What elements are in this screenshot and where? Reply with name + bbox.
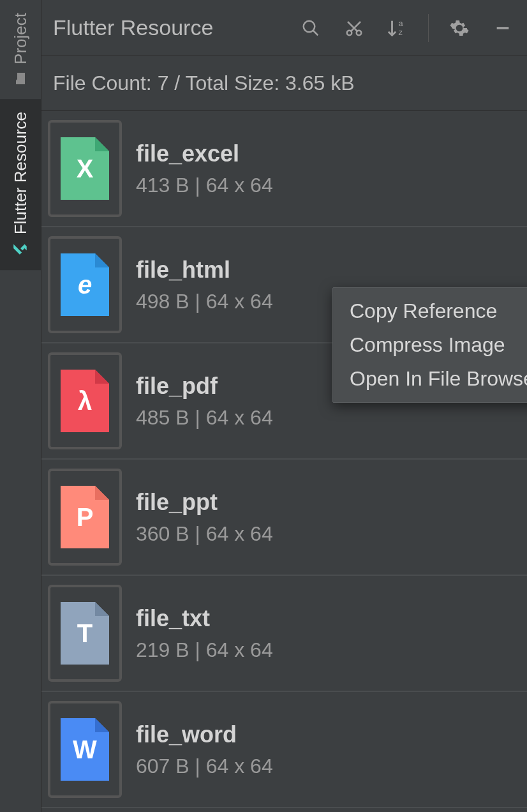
sidebar-tab-label: Project <box>11 13 31 64</box>
status-text: File Count: 7 / Total Size: 3.65 kB <box>41 56 527 111</box>
file-type-icon: e <box>61 253 109 316</box>
file-meta: 413 B | 64 x 64 <box>136 174 521 197</box>
sidebar-tab-flutter-resource[interactable]: Flutter Resource <box>0 99 41 270</box>
file-name: file_txt <box>136 605 521 632</box>
file-thumbnail: X <box>48 120 122 217</box>
panel-title: Flutter Resource <box>53 15 292 40</box>
file-meta: 607 B | 64 x 64 <box>136 755 521 778</box>
file-name: file_ppt <box>136 489 521 516</box>
context-menu: Copy Reference Compress Image Open In Fi… <box>332 287 527 403</box>
ctx-copy-reference[interactable]: Copy Reference <box>333 294 527 328</box>
file-thumbnail: P <box>48 469 122 566</box>
sidebar-tab-project[interactable]: Project <box>0 0 41 99</box>
file-info: file_excel413 B | 64 x 64 <box>136 140 521 197</box>
svg-line-1 <box>313 30 318 35</box>
flutter-icon <box>12 241 29 257</box>
svg-text:a: a <box>398 19 403 28</box>
search-icon[interactable] <box>298 15 323 41</box>
file-row[interactable]: Pfile_ppt360 B | 64 x 64 <box>41 460 527 576</box>
toolbar-separator <box>428 14 429 42</box>
file-type-letter: X <box>77 154 94 183</box>
file-meta: 485 B | 64 x 64 <box>136 406 521 430</box>
file-type-icon: λ <box>61 370 109 432</box>
file-row[interactable]: Wfile_word607 B | 64 x 64 <box>41 692 527 808</box>
file-type-letter: λ <box>78 387 92 416</box>
file-meta: 360 B | 64 x 64 <box>136 522 521 546</box>
file-list: Xfile_excel413 B | 64 x 64efile_html498 … <box>41 111 527 812</box>
file-info: file_txt219 B | 64 x 64 <box>136 605 521 662</box>
ctx-open-in-file-browser[interactable]: Open In File Browser <box>333 362 527 396</box>
file-thumbnail: e <box>48 236 122 333</box>
toolbar-actions: az <box>298 14 516 42</box>
file-info: file_word607 B | 64 x 64 <box>136 721 521 778</box>
minimize-icon[interactable] <box>490 15 516 41</box>
file-meta: 219 B | 64 x 64 <box>136 638 521 662</box>
file-row[interactable]: Xfile_excel413 B | 64 x 64 <box>41 111 527 227</box>
file-name: file_excel <box>136 140 521 167</box>
main-panel: Flutter Resource az File Count: 7 / Tota… <box>41 0 527 812</box>
gear-icon[interactable] <box>447 15 472 41</box>
ctx-compress-image[interactable]: Compress Image <box>333 328 527 362</box>
file-thumbnail: T <box>48 585 122 682</box>
toolbar: Flutter Resource az <box>41 0 527 56</box>
file-name: file_word <box>136 721 521 748</box>
file-type-icon: W <box>61 718 109 781</box>
file-info: file_ppt360 B | 64 x 64 <box>136 489 521 546</box>
side-tabs: Project Flutter Resource <box>0 0 41 812</box>
folder-icon <box>13 71 28 86</box>
file-type-icon: P <box>61 486 109 548</box>
file-type-letter: e <box>78 271 92 299</box>
svg-text:z: z <box>398 27 402 37</box>
sort-az-icon[interactable]: az <box>385 15 410 41</box>
file-type-icon: T <box>61 602 109 665</box>
file-thumbnail: W <box>48 701 122 798</box>
file-name: file_html <box>136 257 521 283</box>
file-row[interactable]: Tfile_txt219 B | 64 x 64 <box>41 576 527 692</box>
file-thumbnail: λ <box>48 352 122 449</box>
svg-point-0 <box>304 20 315 32</box>
file-type-icon: X <box>61 137 109 200</box>
file-type-letter: P <box>77 503 94 532</box>
sidebar-tab-label: Flutter Resource <box>11 112 31 234</box>
cut-icon[interactable] <box>341 15 367 41</box>
file-type-letter: W <box>73 735 97 764</box>
file-type-letter: T <box>77 619 93 648</box>
